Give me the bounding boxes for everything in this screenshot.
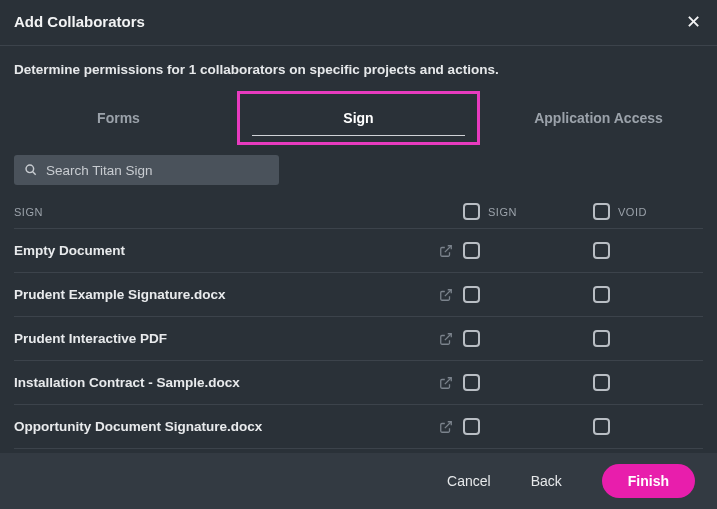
column-header-sign: SIGN xyxy=(463,203,593,220)
dialog-subtitle: Determine permissions for 1 collaborator… xyxy=(0,46,717,91)
search-icon xyxy=(24,163,38,177)
documents-table: SIGN SIGN VOID Empty DocumentPrudent Exa… xyxy=(0,195,717,449)
tab-sign[interactable]: Sign xyxy=(237,91,480,145)
document-name: Prudent Example Signature.docx xyxy=(14,287,226,302)
tab-label: Application Access xyxy=(534,110,663,126)
open-external-icon[interactable] xyxy=(439,420,453,434)
close-icon[interactable]: ✕ xyxy=(686,13,701,31)
checkbox-sign[interactable] xyxy=(463,286,480,303)
open-external-icon[interactable] xyxy=(439,288,453,302)
checkbox-sign[interactable] xyxy=(463,374,480,391)
cancel-button[interactable]: Cancel xyxy=(447,473,491,489)
tab-underline xyxy=(252,135,465,136)
checkbox-void[interactable] xyxy=(593,330,610,347)
table-row: Opportunity Document Signature.docx xyxy=(14,405,703,449)
dialog-header: Add Collaborators ✕ xyxy=(0,0,717,46)
svg-point-0 xyxy=(26,165,34,173)
table-header: SIGN SIGN VOID xyxy=(14,195,703,229)
checkbox-void[interactable] xyxy=(593,374,610,391)
svg-line-1 xyxy=(33,172,36,175)
search-input[interactable] xyxy=(46,163,269,178)
table-row: Prudent Example Signature.docx xyxy=(14,273,703,317)
document-name: Opportunity Document Signature.docx xyxy=(14,419,262,434)
tabs: Forms Sign Application Access xyxy=(0,91,717,145)
tab-label: Forms xyxy=(97,110,140,126)
open-external-icon[interactable] xyxy=(439,244,453,258)
checkbox-sign-all[interactable] xyxy=(463,203,480,220)
checkbox-sign[interactable] xyxy=(463,418,480,435)
tab-application-access[interactable]: Application Access xyxy=(480,91,717,145)
column-header-void-label: VOID xyxy=(618,206,647,218)
search-container xyxy=(0,145,717,195)
table-row: Installation Contract - Sample.docx xyxy=(14,361,703,405)
dialog-title: Add Collaborators xyxy=(14,13,145,30)
checkbox-void[interactable] xyxy=(593,418,610,435)
dialog-footer: Cancel Back Finish xyxy=(0,453,717,509)
column-header-void: VOID xyxy=(593,203,703,220)
checkbox-void-all[interactable] xyxy=(593,203,610,220)
checkbox-sign[interactable] xyxy=(463,330,480,347)
table-row: Empty Document xyxy=(14,229,703,273)
document-name: Prudent Interactive PDF xyxy=(14,331,167,346)
open-external-icon[interactable] xyxy=(439,376,453,390)
checkbox-void[interactable] xyxy=(593,286,610,303)
column-header-name: SIGN xyxy=(14,206,463,218)
search-input-wrap[interactable] xyxy=(14,155,279,185)
open-external-icon[interactable] xyxy=(439,332,453,346)
back-button[interactable]: Back xyxy=(531,473,562,489)
document-name: Installation Contract - Sample.docx xyxy=(14,375,240,390)
finish-button[interactable]: Finish xyxy=(602,464,695,498)
document-name: Empty Document xyxy=(14,243,125,258)
checkbox-sign[interactable] xyxy=(463,242,480,259)
tab-label: Sign xyxy=(343,110,373,126)
tab-forms[interactable]: Forms xyxy=(0,91,237,145)
checkbox-void[interactable] xyxy=(593,242,610,259)
table-row: Prudent Interactive PDF xyxy=(14,317,703,361)
column-header-sign-label: SIGN xyxy=(488,206,517,218)
